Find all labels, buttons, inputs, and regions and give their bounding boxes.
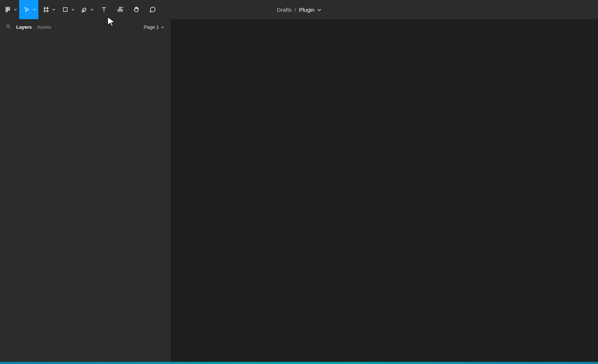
svg-point-15 — [119, 7, 121, 9]
comment-tool-button[interactable] — [145, 0, 161, 19]
left-sidebar: Layers Assets Page 1 — [0, 19, 170, 364]
resources-icon — [117, 6, 124, 13]
chevron-down-icon — [91, 8, 94, 11]
breadcrumb-parent[interactable]: Drafts — [277, 7, 292, 13]
rectangle-icon — [62, 7, 68, 13]
svg-rect-14 — [121, 10, 123, 11]
sidebar-tabs-row: Layers Assets Page 1 — [0, 19, 170, 35]
main-menu-button[interactable] — [0, 0, 19, 19]
chevron-down-icon — [72, 8, 74, 11]
figma-logo-icon — [4, 6, 11, 13]
bottom-progress-bar — [0, 362, 598, 364]
frame-tool-button[interactable] — [38, 0, 58, 19]
chevron-down-icon — [52, 8, 55, 11]
svg-point-18 — [7, 25, 9, 27]
pen-tool-button[interactable] — [77, 0, 96, 19]
pen-icon — [81, 6, 88, 13]
breadcrumb-current[interactable]: Plugin — [299, 7, 314, 13]
frame-icon — [43, 6, 49, 13]
breadcrumb-separator: / — [295, 7, 296, 13]
svg-point-10 — [83, 10, 84, 11]
resources-tool-button[interactable] — [112, 0, 128, 19]
comment-icon — [149, 6, 156, 13]
svg-point-3 — [8, 9, 10, 11]
chevron-down-icon — [161, 26, 164, 29]
tab-layers[interactable]: Layers — [16, 24, 32, 30]
top-toolbar: Drafts / Plugin — [0, 0, 598, 19]
hand-icon — [133, 6, 140, 13]
breadcrumb: Drafts / Plugin — [277, 7, 321, 13]
shape-tool-button[interactable] — [58, 0, 77, 19]
svg-line-19 — [9, 27, 10, 28]
chevron-down-icon — [14, 8, 17, 11]
chevron-down-icon — [33, 8, 36, 11]
move-tool-button[interactable] — [19, 0, 38, 19]
canvas-area[interactable] — [170, 19, 598, 364]
search-icon[interactable] — [6, 24, 11, 30]
text-icon — [101, 6, 107, 13]
svg-rect-13 — [118, 10, 120, 11]
page-selector-label: Page 1 — [144, 24, 159, 30]
chevron-down-icon[interactable] — [317, 7, 321, 13]
text-tool-button[interactable] — [96, 0, 112, 19]
hand-tool-button[interactable] — [128, 0, 145, 19]
page-selector[interactable]: Page 1 — [144, 24, 164, 30]
svg-point-4 — [6, 10, 8, 12]
layers-panel-body — [0, 35, 170, 364]
svg-rect-9 — [63, 8, 67, 12]
tab-assets[interactable]: Assets — [37, 24, 51, 30]
move-cursor-icon — [24, 7, 30, 13]
